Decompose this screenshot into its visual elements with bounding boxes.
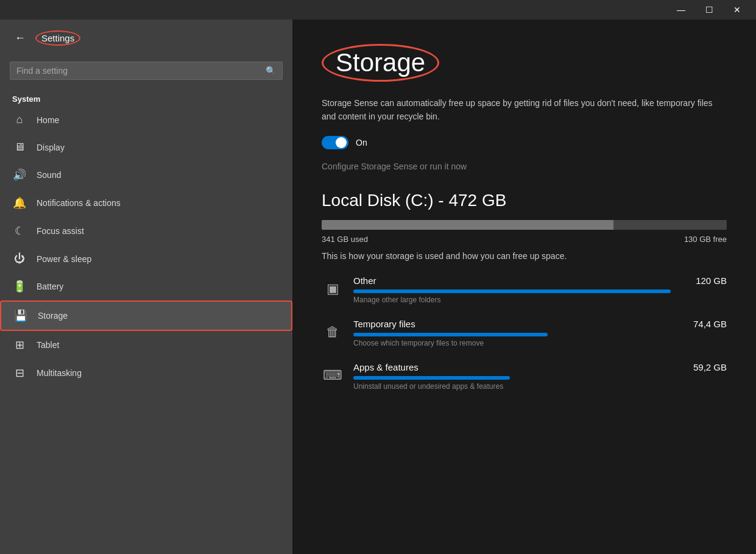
- category-bar-apps: [353, 376, 510, 380]
- category-details-apps: Apps & features 59,2 GB Uninstall unused…: [353, 362, 727, 391]
- nav-label-storage: Storage: [38, 311, 68, 321]
- app-container: ← Settings 🔍 System ⌂ Home 🖥 Display 🔊 S…: [0, 20, 756, 554]
- nav-label-power: Power & sleep: [37, 254, 91, 264]
- nav-icon-focus: ☾: [12, 224, 27, 238]
- category-size-temp: 74,4 GB: [693, 319, 727, 329]
- nav-icon-tablet: ⊞: [12, 338, 27, 352]
- category-bar-temp: [353, 333, 548, 336]
- categories-list: ▣ Other 120 GB Manage other large folder…: [322, 275, 727, 391]
- main-content: Storage Storage Sense can automatically …: [292, 20, 756, 554]
- category-details-other: Other 120 GB Manage other large folders: [353, 275, 727, 304]
- configure-link[interactable]: Configure Storage Sense or run it now: [322, 162, 727, 171]
- category-sub-temp: Choose which temporary files to remove: [353, 339, 727, 347]
- storage-sense-toggle[interactable]: [322, 136, 348, 149]
- category-sub-other: Manage other large folders: [353, 296, 727, 304]
- titlebar: — ☐ ✕: [0, 0, 756, 20]
- sidebar-item-focus[interactable]: ☾ Focus assist: [0, 217, 292, 245]
- disk-bar-labels: 341 GB used 130 GB free: [322, 235, 727, 244]
- nav-icon-battery: 🔋: [12, 280, 27, 293]
- back-button[interactable]: ←: [12, 29, 28, 47]
- toggle-label: On: [356, 138, 367, 147]
- storage-sense-description: Storage Sense can automatically free up …: [322, 96, 727, 124]
- category-other[interactable]: ▣ Other 120 GB Manage other large folder…: [322, 275, 727, 304]
- disk-free-label: 130 GB free: [684, 235, 727, 244]
- nav-icon-storage: 💾: [13, 309, 28, 322]
- category-header-apps: Apps & features 59,2 GB: [353, 362, 727, 372]
- sidebar-item-power[interactable]: ⏻ Power & sleep: [0, 245, 292, 272]
- nav-icon-sound: 🔊: [12, 168, 27, 182]
- minimize-button[interactable]: —: [667, 0, 695, 20]
- category-icon-temp: 🗑: [322, 321, 344, 343]
- sidebar-title: Settings: [35, 30, 80, 46]
- sidebar-item-notifications[interactable]: 🔔 Notifications & actions: [0, 189, 292, 217]
- category-bar-other: [353, 289, 671, 293]
- disk-title: Local Disk (C:) - 472 GB: [322, 191, 727, 210]
- nav-label-multitasking: Multitasking: [37, 368, 82, 378]
- nav-icon-power: ⏻: [12, 252, 27, 265]
- category-name-other: Other: [353, 275, 376, 286]
- search-icon: 🔍: [266, 66, 276, 76]
- search-input[interactable]: [16, 66, 261, 76]
- nav-label-battery: Battery: [37, 282, 63, 291]
- category-temp[interactable]: 🗑 Temporary files 74,4 GB Choose which t…: [322, 319, 727, 347]
- sidebar-item-battery[interactable]: 🔋 Battery: [0, 272, 292, 300]
- nav-icon-display: 🖥: [12, 141, 27, 154]
- category-icon-other: ▣: [322, 278, 344, 300]
- nav-label-focus: Focus assist: [37, 226, 84, 236]
- nav-label-notifications: Notifications & actions: [37, 198, 121, 208]
- category-sub-apps: Uninstall unused or undesired apps & fea…: [353, 382, 727, 391]
- category-size-other: 120 GB: [696, 275, 727, 286]
- sidebar-item-sound[interactable]: 🔊 Sound: [0, 161, 292, 189]
- sidebar-item-tablet[interactable]: ⊞ Tablet: [0, 331, 292, 359]
- category-name-apps: Apps & features: [353, 362, 419, 372]
- category-icon-apps: ⌨: [322, 364, 344, 386]
- disk-used-label: 341 GB used: [322, 235, 368, 244]
- maximize-button[interactable]: ☐: [695, 0, 723, 20]
- search-box: 🔍: [10, 62, 283, 80]
- sidebar-item-storage[interactable]: 💾 Storage: [0, 300, 292, 331]
- nav-label-tablet: Tablet: [37, 340, 59, 350]
- nav-icon-home: ⌂: [12, 113, 27, 126]
- sidebar-item-display[interactable]: 🖥 Display: [0, 133, 292, 161]
- storage-description: This is how your storage is used and how…: [322, 251, 727, 261]
- category-name-temp: Temporary files: [353, 319, 415, 329]
- category-apps[interactable]: ⌨ Apps & features 59,2 GB Uninstall unus…: [322, 362, 727, 391]
- nav-icon-notifications: 🔔: [12, 196, 27, 210]
- nav-icon-multitasking: ⊟: [12, 366, 27, 380]
- nav-label-display: Display: [37, 143, 65, 152]
- category-size-apps: 59,2 GB: [693, 362, 727, 372]
- category-details-temp: Temporary files 74,4 GB Choose which tem…: [353, 319, 727, 347]
- page-title: Storage: [322, 44, 439, 82]
- disk-bar-used: [322, 220, 613, 230]
- system-label: System: [0, 90, 292, 106]
- toggle-row: On: [322, 136, 727, 149]
- nav-label-home: Home: [37, 115, 59, 125]
- nav-label-sound: Sound: [37, 170, 61, 180]
- sidebar: ← Settings 🔍 System ⌂ Home 🖥 Display 🔊 S…: [0, 20, 292, 554]
- category-header-temp: Temporary files 74,4 GB: [353, 319, 727, 329]
- close-button[interactable]: ✕: [723, 0, 751, 20]
- category-header-other: Other 120 GB: [353, 275, 727, 286]
- sidebar-header: ← Settings: [0, 20, 292, 57]
- disk-bar-container: [322, 220, 727, 230]
- disk-bar: [322, 220, 727, 230]
- disk-bar-free: [613, 220, 727, 230]
- nav-list: ⌂ Home 🖥 Display 🔊 Sound 🔔 Notifications…: [0, 106, 292, 387]
- sidebar-item-multitasking[interactable]: ⊟ Multitasking: [0, 359, 292, 387]
- sidebar-item-home[interactable]: ⌂ Home: [0, 106, 292, 133]
